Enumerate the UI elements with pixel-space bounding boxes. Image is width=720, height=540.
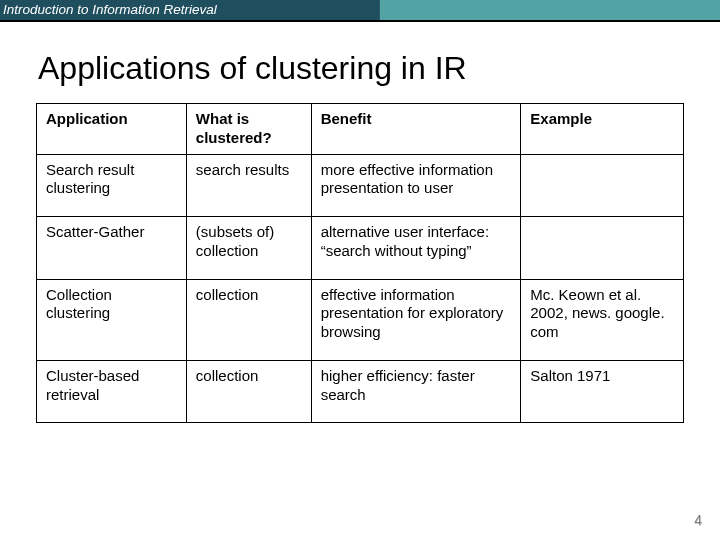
cell-application: Scatter-Gather <box>37 217 187 280</box>
cell-example <box>521 154 684 217</box>
course-title: Introduction to Information Retrieval <box>0 0 380 20</box>
col-header-benefit: Benefit <box>311 104 521 155</box>
table-row: Scatter-Gather (subsets of) collection a… <box>37 217 684 280</box>
cell-application: Cluster-based retrieval <box>37 360 187 423</box>
cell-what: (subsets of) collection <box>186 217 311 280</box>
cell-benefit: alternative user interface: “search with… <box>311 217 521 280</box>
cell-application: Collection clustering <box>37 279 187 360</box>
cell-example: Mc. Keown et al. 2002, news. google. com <box>521 279 684 360</box>
cell-what: collection <box>186 279 311 360</box>
table-row: Search result clustering search results … <box>37 154 684 217</box>
cell-application: Search result clustering <box>37 154 187 217</box>
col-header-example: Example <box>521 104 684 155</box>
col-header-what: What is clustered? <box>186 104 311 155</box>
header-bar: Introduction to Information Retrieval <box>0 0 720 22</box>
cell-what: search results <box>186 154 311 217</box>
table-row: Collection clustering collection effecti… <box>37 279 684 360</box>
slide: Introduction to Information Retrieval Ap… <box>0 0 720 540</box>
table-row: Cluster-based retrieval collection highe… <box>37 360 684 423</box>
cell-benefit: more effective information presentation … <box>311 154 521 217</box>
col-header-application: Application <box>37 104 187 155</box>
applications-table: Application What is clustered? Benefit E… <box>36 103 684 423</box>
header-accent <box>380 0 720 20</box>
cell-example: Salton 1971 <box>521 360 684 423</box>
cell-example <box>521 217 684 280</box>
cell-benefit: higher efficiency: faster search <box>311 360 521 423</box>
page-number: 4 <box>694 512 702 528</box>
cell-benefit: effective information presentation for e… <box>311 279 521 360</box>
slide-title: Applications of clustering in IR <box>38 50 720 87</box>
cell-what: collection <box>186 360 311 423</box>
table-header-row: Application What is clustered? Benefit E… <box>37 104 684 155</box>
